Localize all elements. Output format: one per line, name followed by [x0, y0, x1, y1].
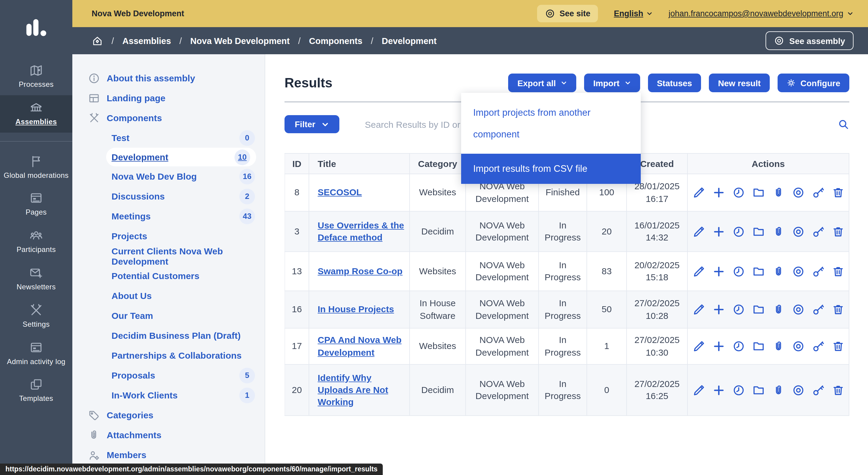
sidebar-item-participants[interactable]: Participants	[0, 223, 72, 260]
add-icon[interactable]	[712, 303, 725, 316]
menu-item-development[interactable]: Development 10	[106, 148, 256, 166]
menu-item-landing-page[interactable]: Landing page	[72, 88, 265, 108]
delete-icon[interactable]	[832, 186, 844, 199]
history-icon[interactable]	[732, 303, 745, 316]
user-menu[interactable]: johan.francocampos@novawebdevelopment.or…	[669, 9, 854, 18]
sidebar-item-pages[interactable]: Pages	[0, 186, 72, 223]
result-title-link[interactable]: CPA And Nova Web Development	[318, 335, 401, 357]
sidebar-item-processes[interactable]: Processes	[0, 58, 72, 95]
statuses-button[interactable]: Statuses	[648, 73, 701, 92]
menu-item-components[interactable]: Components	[72, 108, 265, 128]
history-icon[interactable]	[732, 384, 745, 396]
new-result-button[interactable]: New result	[709, 73, 770, 92]
menu-item-in-work-clients[interactable]: In-Work Clients 1	[72, 385, 265, 405]
breadcrumb-assembly[interactable]: Nova Web Development	[190, 36, 290, 45]
edit-icon[interactable]	[692, 265, 705, 278]
permissions-key-icon[interactable]	[812, 303, 824, 316]
sidebar-item-admin-activity-log[interactable]: Admin activity log	[0, 335, 72, 372]
breadcrumb-assemblies[interactable]: Assemblies	[122, 36, 171, 45]
permissions-key-icon[interactable]	[812, 265, 824, 278]
folder-icon[interactable]	[752, 303, 765, 316]
add-icon[interactable]	[712, 265, 725, 278]
result-title-link[interactable]: SECOSOL	[318, 187, 362, 197]
attachment-icon[interactable]	[772, 340, 784, 353]
edit-icon[interactable]	[692, 303, 705, 316]
result-title-link[interactable]: In House Projects	[318, 304, 394, 314]
dropdown-item-import-csv[interactable]: Import results from CSV file	[461, 154, 641, 184]
delete-icon[interactable]	[832, 265, 844, 278]
menu-item-our-team[interactable]: Our Team	[72, 306, 265, 325]
permissions-key-icon[interactable]	[812, 225, 824, 238]
delete-icon[interactable]	[832, 225, 844, 238]
history-icon[interactable]	[732, 225, 745, 238]
preview-icon[interactable]	[792, 340, 804, 353]
folder-icon[interactable]	[752, 384, 765, 396]
result-title-link[interactable]: Identify Why Uploads Are Not Working	[318, 372, 388, 407]
folder-icon[interactable]	[752, 265, 765, 278]
attachment-icon[interactable]	[772, 186, 784, 199]
menu-item-meetings[interactable]: Meetings 43	[72, 206, 265, 226]
add-icon[interactable]	[712, 340, 725, 353]
preview-icon[interactable]	[792, 303, 804, 316]
sidebar-item-newsletters[interactable]: Newsletters	[0, 260, 72, 298]
configure-button[interactable]: Configure	[778, 73, 849, 92]
result-title-link[interactable]: Swamp Rose Co-op	[318, 266, 403, 276]
preview-icon[interactable]	[792, 225, 804, 238]
menu-item-decidim-business-plan[interactable]: Decidim Business Plan (Draft)	[72, 325, 265, 345]
menu-item-about-us[interactable]: About Us	[72, 286, 265, 306]
permissions-key-icon[interactable]	[812, 186, 824, 199]
menu-item-discussions[interactable]: Discussions 2	[72, 186, 265, 206]
sidebar-item-global-moderations[interactable]: Global moderations	[0, 149, 72, 186]
preview-icon[interactable]	[792, 384, 804, 396]
folder-icon[interactable]	[752, 186, 765, 199]
attachment-icon[interactable]	[772, 384, 784, 396]
menu-item-categories[interactable]: Categories	[72, 405, 265, 425]
menu-item-projects[interactable]: Projects	[72, 226, 265, 246]
menu-item-potential-customers[interactable]: Potential Customers	[72, 266, 265, 286]
result-title-link[interactable]: Use Overrides & the Deface method	[318, 220, 404, 243]
edit-icon[interactable]	[692, 340, 705, 353]
breadcrumb-components[interactable]: Components	[309, 36, 362, 45]
add-icon[interactable]	[712, 186, 725, 199]
edit-icon[interactable]	[692, 225, 705, 238]
preview-icon[interactable]	[792, 186, 804, 199]
decidim-logo[interactable]	[0, 0, 72, 58]
home-icon[interactable]	[92, 35, 103, 46]
see-assembly-button[interactable]: See assembly	[766, 31, 854, 50]
breadcrumb-current[interactable]: Development	[382, 36, 437, 45]
attachment-icon[interactable]	[772, 303, 784, 316]
folder-icon[interactable]	[752, 225, 765, 238]
history-icon[interactable]	[732, 186, 745, 199]
folder-icon[interactable]	[752, 340, 765, 353]
menu-item-proposals[interactable]: Proposals 5	[72, 365, 265, 385]
filter-button[interactable]: Filter	[284, 115, 339, 133]
delete-icon[interactable]	[832, 340, 844, 353]
history-icon[interactable]	[732, 265, 745, 278]
language-selector[interactable]: English	[614, 9, 653, 18]
sidebar-item-assemblies[interactable]: Assemblies	[0, 95, 72, 133]
dropdown-item-import-projects[interactable]: Import projects from another component	[461, 93, 641, 154]
menu-item-attachments[interactable]: Attachments	[72, 425, 265, 445]
export-all-button[interactable]: Export all	[508, 73, 577, 92]
import-button[interactable]: Import	[584, 73, 640, 92]
menu-item-current-clients[interactable]: Current Clients Nova Web Development	[72, 246, 265, 266]
attachment-icon[interactable]	[772, 265, 784, 278]
add-icon[interactable]	[712, 225, 725, 238]
delete-icon[interactable]	[832, 303, 844, 316]
permissions-key-icon[interactable]	[812, 340, 824, 353]
menu-item-test[interactable]: Test 0	[72, 128, 265, 148]
menu-item-about[interactable]: About this assembly	[72, 68, 265, 88]
menu-item-members[interactable]: Members	[72, 445, 265, 465]
sidebar-item-templates[interactable]: Templates	[0, 372, 72, 410]
add-icon[interactable]	[712, 384, 725, 396]
edit-icon[interactable]	[692, 186, 705, 199]
edit-icon[interactable]	[692, 384, 705, 396]
sidebar-item-settings[interactable]: Settings	[0, 298, 72, 335]
permissions-key-icon[interactable]	[812, 384, 824, 396]
see-site-button[interactable]: See site	[537, 5, 598, 22]
history-icon[interactable]	[732, 340, 745, 353]
menu-item-nova-web-dev-blog[interactable]: Nova Web Dev Blog 16	[72, 166, 265, 186]
delete-icon[interactable]	[832, 384, 844, 396]
preview-icon[interactable]	[792, 265, 804, 278]
search-icon[interactable]	[838, 119, 849, 130]
